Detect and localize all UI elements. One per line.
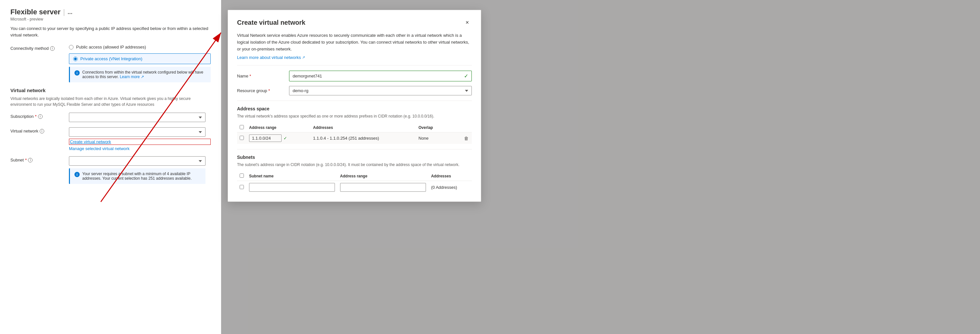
subscription-content	[69, 113, 211, 122]
connectivity-info-box: i Connections from within the virtual ne…	[69, 67, 211, 82]
table-row: 1.1.0.0/24 ✓ 1.1.0.4 - 1.1.0.254 (251 ad…	[237, 133, 472, 144]
subnet-col-check	[237, 171, 247, 181]
vnet-info-icon[interactable]: i	[40, 129, 44, 133]
manage-vnet-link[interactable]: Manage selected virtual network	[69, 146, 211, 151]
address-range-table: Address range Addresses Overlap 1.1.0.0/…	[237, 123, 472, 144]
addr-table-header: Address range Addresses Overlap	[237, 123, 472, 133]
name-valid-check: ✓	[464, 73, 468, 79]
subnet-table-header: Subnet name Address range Addresses	[237, 171, 472, 181]
learn-more-vnet-link[interactable]: Learn more about virtual networks ↗	[237, 55, 305, 60]
subscription-label: Subscription * i	[10, 113, 69, 119]
subscription-dropdown[interactable]	[69, 113, 205, 122]
modal-divider-2	[237, 101, 472, 101]
virtual-network-dropdown[interactable]	[69, 127, 205, 137]
addr-col-range: Address range	[247, 123, 310, 133]
addr-col-actions	[461, 123, 472, 133]
addr-row-delete-icon[interactable]: 🗑	[464, 136, 469, 141]
subnet-row: Subnet * i i Your server requires a subn…	[10, 156, 211, 184]
left-panel: Flexible server | ... Microsoft - previe…	[0, 0, 221, 334]
radio-private-access-input[interactable]	[73, 57, 78, 61]
learn-more-link[interactable]: Learn more ↗	[120, 75, 144, 79]
addr-col-addresses: Addresses	[310, 123, 416, 133]
subnet-row-checkbox[interactable]	[240, 185, 244, 189]
connectivity-info-icon[interactable]: i	[50, 46, 55, 51]
vnet-links: Create virtual network Manage selected v…	[69, 139, 211, 151]
addr-row-overlap-cell: None	[416, 133, 461, 144]
subnet-dropdown[interactable]	[69, 156, 205, 166]
create-vnet-link[interactable]: Create virtual network	[69, 139, 211, 145]
name-value: demorgvnet741	[293, 74, 322, 78]
subscription-row: Subscription * i	[10, 113, 211, 122]
page-description: You can connect to your server by specif…	[10, 26, 211, 38]
addr-row-addresses-cell: 1.1.0.4 - 1.1.0.254 (251 addresses)	[310, 133, 416, 144]
right-area: Create virtual network × Virtual Network…	[221, 0, 980, 334]
name-field-row: Name * demorgvnet741 ✓	[237, 70, 472, 82]
subnet-col-addresses: Addresses	[428, 171, 472, 181]
modal-header: Create virtual network ×	[237, 18, 472, 27]
address-space-title: Address space	[237, 106, 472, 111]
modal-close-button[interactable]: ×	[463, 18, 472, 27]
vnet-section-title: Virtual network	[10, 88, 211, 93]
info-box-text: Connections from within the virtual netw…	[82, 70, 206, 79]
page-title: Flexible server | ...	[10, 8, 73, 16]
subnet-row-check-cell	[237, 181, 247, 194]
addr-range-valid-icon: ✓	[283, 136, 287, 141]
addr-col-overlap: Overlap	[416, 123, 461, 133]
subnets-title: Subnets	[237, 155, 472, 160]
subnet-name-input[interactable]	[249, 183, 335, 192]
radio-private-access[interactable]: Private access (VNet Integration)	[73, 56, 207, 61]
addr-row-range-cell: 1.1.0.0/24 ✓	[247, 133, 310, 144]
name-input-display: demorgvnet741 ✓	[289, 70, 472, 82]
subscription-info-icon[interactable]: i	[38, 114, 43, 119]
addr-header-checkbox[interactable]	[240, 125, 244, 129]
subnet-row-range-cell	[337, 181, 428, 194]
radio-public-access-input[interactable]	[69, 45, 73, 50]
subnet-info-icon-blue: i	[75, 172, 80, 177]
subscription-required-star: *	[35, 114, 37, 119]
ellipsis-menu[interactable]: ...	[68, 9, 73, 16]
subnet-col-name: Subnet name	[247, 171, 337, 181]
subnets-desc: The subnet's address range in CIDR notat…	[237, 162, 472, 168]
subnet-row-addresses-cell: (0 Addresses)	[428, 181, 472, 194]
resource-group-label: Resource group *	[237, 88, 289, 93]
create-vnet-modal: Create virtual network × Virtual Network…	[228, 10, 481, 202]
connectivity-label: Connectivity method i	[10, 45, 69, 51]
radio-private-access-label: Private access (VNet Integration)	[80, 56, 142, 61]
connectivity-method-row: Connectivity method i Public access (all…	[10, 45, 211, 82]
title-separator: |	[63, 8, 65, 16]
learn-more-icon: ↗	[302, 55, 305, 59]
vnet-section-desc: Virtual networks are logically isolated …	[10, 96, 211, 107]
subnet-field-content: i Your server requires a subnet with a m…	[69, 156, 211, 184]
rg-required-star: *	[268, 88, 270, 93]
vnet-field-content: Create virtual network Manage selected v…	[69, 127, 211, 151]
subnet-header-checkbox[interactable]	[240, 174, 244, 178]
modal-title: Create virtual network	[237, 19, 305, 26]
addr-row-checkbox[interactable]	[240, 136, 244, 140]
subtitle: Microsoft - preview	[10, 17, 211, 21]
addr-row-check-cell	[237, 133, 247, 144]
addr-col-check	[237, 123, 247, 133]
subnet-label: Subnet * i	[10, 156, 69, 163]
info-icon-blue: i	[75, 70, 80, 75]
subnet-info-icon[interactable]: i	[28, 158, 32, 163]
subnet-table: Subnet name Address range Addresses	[237, 171, 472, 194]
table-row: (0 Addresses)	[237, 181, 472, 194]
resource-group-dropdown[interactable]: demo-rg	[289, 86, 472, 95]
virtual-network-row: Virtual network i Create virtual network…	[10, 127, 211, 151]
virtual-network-section: Virtual network Virtual networks are log…	[10, 88, 211, 184]
addr-row-delete-cell: 🗑	[461, 133, 472, 144]
subnet-col-range: Address range	[337, 171, 428, 181]
radio-private-access-box: Private access (VNet Integration)	[69, 53, 211, 64]
subnet-range-input[interactable]	[340, 183, 426, 192]
address-space-desc: The virtual network's address space spec…	[237, 113, 472, 119]
modal-divider-3	[237, 149, 472, 149]
resource-group-field-row: Resource group * demo-rg	[237, 86, 472, 95]
radio-public-access[interactable]: Public access (allowed IP addresses)	[69, 45, 211, 50]
subnet-row-name-cell	[247, 181, 337, 194]
virtual-network-label: Virtual network i	[10, 127, 69, 133]
connectivity-content: Public access (allowed IP addresses) Pri…	[69, 45, 211, 82]
addr-range-input[interactable]: 1.1.0.0/24	[249, 134, 282, 142]
radio-public-access-label: Public access (allowed IP addresses)	[76, 45, 146, 50]
modal-description: Virtual Network service enables Azure re…	[237, 32, 472, 53]
subnet-info-box: i Your server requires a subnet with a m…	[69, 168, 205, 184]
